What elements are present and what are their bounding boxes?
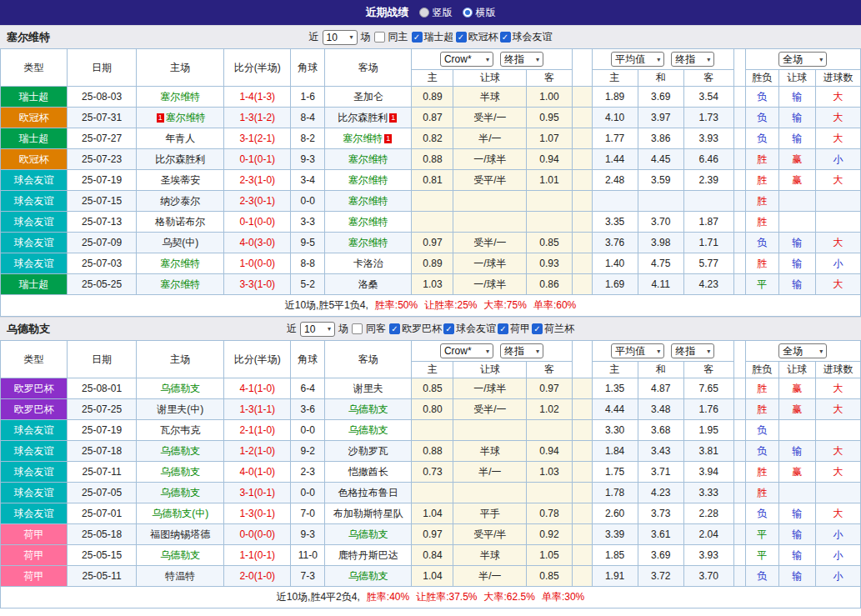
avg-away: 3.54 <box>683 87 733 108</box>
odds-away: 1.07 <box>527 128 572 149</box>
avg-stage-select[interactable]: 终指 ▾ <box>671 343 714 358</box>
layout-option-vertical[interactable]: 竖版 <box>419 6 453 20</box>
home-team: 乌德勒支 <box>137 545 224 566</box>
odds-away: 1.03 <box>527 462 572 483</box>
corners: 3-3 <box>291 212 325 233</box>
match-date: 25-07-13 <box>68 212 137 233</box>
result-goals <box>815 420 860 441</box>
avg-company-select[interactable]: 平均值 ▾ <box>611 52 664 67</box>
team-name-text: 塞尔维特 <box>348 153 388 165</box>
avg-stage-select[interactable]: 终指 ▾ <box>671 52 714 67</box>
team-name-text: 塞尔维特 <box>343 133 383 144</box>
same-venue-checkbox[interactable] <box>374 32 385 43</box>
league-badge: 荷甲 <box>1 545 68 566</box>
odds-away: 1.05 <box>527 545 572 566</box>
team-name-text: 年青人 <box>165 133 195 144</box>
result-goals: 大 <box>815 108 860 128</box>
layout-option-horizontal[interactable]: 横版 <box>463 6 496 20</box>
avg-away: 3.93 <box>683 128 733 149</box>
team-name-text: 特温特 <box>165 570 195 582</box>
same-venue-label: 同主 <box>388 30 408 44</box>
league-filter-label: 荷兰杯 <box>544 322 574 336</box>
spacer-cell <box>572 87 592 108</box>
team-name-text: 圣埃蒂安 <box>160 174 200 186</box>
result-goals: 小 <box>815 545 860 566</box>
team-name-text: 圣加仑 <box>353 91 383 103</box>
avg-company-select[interactable]: 平均值 ▾ <box>611 343 664 358</box>
odds-away: 0.85 <box>527 566 572 587</box>
result-handicap: 输 <box>778 87 815 108</box>
col-header-outcome: 胜负 <box>745 362 778 378</box>
result-handicap: 赢 <box>778 378 815 399</box>
avg-draw: 3.71 <box>638 462 683 483</box>
away-team: 恺撒酋长 <box>325 462 412 483</box>
avg-home: 1.75 <box>592 462 638 483</box>
league-filter-checkbox[interactable]: ✓ <box>500 32 511 43</box>
result-handicap: 输 <box>778 441 815 462</box>
odds-away: 1.01 <box>527 170 572 191</box>
team-section-servette: 塞尔维特 近 10 ▾ 场 同主 ✓瑞士超✓欧冠杯✓球会友谊 类型 日期 <box>0 25 861 317</box>
avg-stage-value: 终指 <box>675 344 695 358</box>
home-team: 乌德勒支 <box>137 483 224 503</box>
odds-stage-select[interactable]: 终指 ▾ <box>500 343 543 358</box>
odds-handicap: 受半/一 <box>453 233 527 253</box>
match-score: 2-3(0-1) <box>224 191 291 212</box>
spacer-cell <box>733 170 745 191</box>
league-filter-checkbox[interactable]: ✓ <box>389 323 400 334</box>
match-date: 25-07-31 <box>68 108 137 128</box>
col-header-date: 日期 <box>68 49 137 87</box>
match-count-value: 10 <box>304 323 315 335</box>
unit-label: 场 <box>338 322 348 336</box>
team-section-utrecht: 乌德勒支 近 10 ▾ 场 同客 ✓欧罗巴杯✓球会友谊✓荷甲✓荷兰杯 类型 <box>0 317 861 608</box>
match-count-select[interactable]: 10 ▾ <box>323 30 358 45</box>
col-header-corners: 角球 <box>291 341 325 378</box>
odds-away: 0.78 <box>527 503 572 524</box>
result-outcome: 胜 <box>745 399 778 420</box>
league-filter-checkbox[interactable]: ✓ <box>456 32 467 43</box>
radio-icon[interactable] <box>463 8 473 18</box>
avg-draw: 3.72 <box>638 566 683 587</box>
away-team: 乌德勒支 <box>325 566 412 587</box>
match-score: 3-1(0-1) <box>224 483 291 503</box>
match-score: 1-0(0-0) <box>224 253 291 274</box>
team-name-text: 乌德勒支 <box>348 403 388 415</box>
result-handicap: 输 <box>778 566 815 587</box>
team-name-text: 塞尔维特 <box>166 112 206 123</box>
match-date: 25-05-11 <box>68 566 137 587</box>
odds-home: 0.82 <box>412 128 453 149</box>
league-filter-checkbox[interactable]: ✓ <box>443 323 454 334</box>
odds-company-select[interactable]: Crow* ▾ <box>440 52 493 67</box>
spacer-cell <box>572 483 592 503</box>
odds-stage-select[interactable]: 终指 ▾ <box>500 52 543 67</box>
spacer-cell <box>733 420 745 441</box>
result-outcome: 胜 <box>745 483 778 503</box>
match-score: 0-1(0-0) <box>224 212 291 233</box>
scope-select[interactable]: 全场 ▾ <box>778 52 827 67</box>
league-filter-checkbox[interactable]: ✓ <box>498 323 508 334</box>
match-score: 4-0(3-0) <box>224 233 291 253</box>
league-badge: 球会友谊 <box>1 233 68 253</box>
league-filters: ✓瑞士超✓欧冠杯✓球会友谊 <box>412 30 553 44</box>
same-venue-checkbox[interactable] <box>352 323 363 334</box>
home-team: 谢里夫(中) <box>137 399 224 420</box>
spacer-cell <box>733 545 745 566</box>
near-label: 近 <box>287 322 297 336</box>
league-badge: 球会友谊 <box>1 191 68 212</box>
league-filter-checkbox[interactable]: ✓ <box>412 32 423 43</box>
odds-away <box>527 191 572 212</box>
spacer-cell <box>572 420 592 441</box>
home-team: 1塞尔维特 <box>137 108 224 128</box>
scope-value: 全场 <box>783 344 803 358</box>
result-outcome: 平 <box>745 545 778 566</box>
odds-company-select[interactable]: Crow* ▾ <box>440 343 493 358</box>
match-count-select[interactable]: 10 ▾ <box>300 322 335 337</box>
league-filter-checkbox[interactable]: ✓ <box>532 323 543 334</box>
avg-home: 2.48 <box>592 170 638 191</box>
radio-icon[interactable] <box>419 8 429 18</box>
dropdown-arrow-icon: ▾ <box>819 348 823 355</box>
scope-select[interactable]: 全场 ▾ <box>778 343 827 358</box>
odds-company-value: Crow* <box>444 53 472 65</box>
team-name-text: 恺撒酋长 <box>348 466 388 478</box>
away-team: 鹿特丹斯巴达 <box>325 545 412 566</box>
match-date: 25-05-15 <box>68 545 137 566</box>
